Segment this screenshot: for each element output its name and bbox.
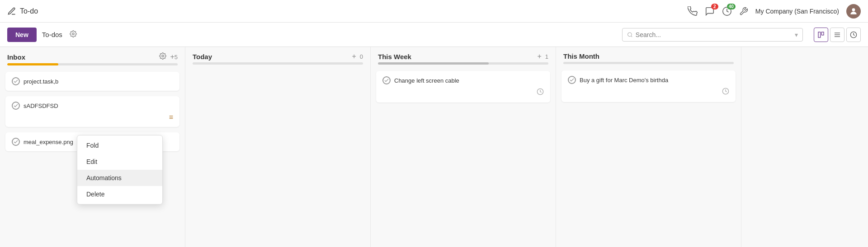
svg-rect-5 (818, 32, 821, 37)
new-button[interactable]: New (7, 28, 37, 42)
column-inbox: Inbox + 5 project.task,b (0, 47, 185, 247)
inbox-progress-fill (7, 63, 58, 65)
column-inbox-gear[interactable] (159, 52, 166, 61)
user-avatar[interactable] (846, 4, 861, 19)
column-inbox-count: 5 (175, 54, 178, 61)
column-today-count: 0 (360, 53, 363, 60)
column-this-month-title: This Month (563, 52, 734, 60)
card-buy-gift-title: Buy a gift for Marc Demo's birthda (568, 76, 729, 84)
column-this-month: This Month Buy a gift for Marc Demo's bi… (556, 47, 741, 247)
activity-icon (850, 31, 857, 38)
card-clock-icon (537, 88, 544, 97)
context-menu-fold[interactable]: Fold (77, 137, 162, 154)
tag-lines-icon: ≡ (169, 113, 173, 121)
pencil-icon (7, 7, 16, 16)
chat-badge: 2 (711, 4, 718, 9)
this-month-progress-bar (563, 62, 734, 64)
column-today-title: Today (193, 53, 352, 61)
search-bar[interactable]: ▾ (622, 28, 803, 42)
column-this-week-add[interactable]: + (537, 52, 541, 61)
todos-gear-icon[interactable] (70, 30, 77, 39)
search-icon (627, 32, 633, 38)
card-check-icon (12, 77, 20, 85)
card-check-icon4 (382, 76, 391, 84)
company-name[interactable]: My Company (San Francisco) (755, 8, 839, 15)
column-this-week-count: 1 (545, 53, 548, 60)
activity-view-button[interactable] (846, 28, 861, 42)
context-menu-edit[interactable]: Edit (77, 154, 162, 170)
svg-rect-6 (821, 32, 824, 35)
svg-point-3 (628, 33, 632, 37)
search-dropdown-icon[interactable]: ▾ (795, 31, 798, 38)
list-view-button[interactable] (830, 28, 844, 42)
card-change-cable-footer (382, 88, 544, 97)
this-week-progress-bar (378, 62, 548, 65)
app-title: To-do (7, 7, 38, 16)
nav-icons: 2 40 My Company (San Francisco) (688, 4, 861, 19)
card-buy-gift[interactable]: Buy a gift for Marc Demo's birthda (561, 70, 736, 102)
svg-point-1 (852, 8, 855, 11)
card-sadfsdfsd-title: sADFSDFSD (12, 102, 173, 110)
wrench-icon (739, 7, 748, 16)
kanban-board: Inbox + 5 project.task,b (0, 47, 868, 247)
card-check-icon3 (12, 138, 20, 146)
view-icons (814, 28, 861, 42)
search-input[interactable] (636, 31, 792, 38)
kanban-icon (817, 31, 825, 38)
column-this-week-header: This Week + 1 (371, 47, 556, 62)
context-menu-delete[interactable]: Delete (77, 186, 162, 202)
this-week-progress-fill (378, 62, 489, 65)
card-check-icon2 (12, 102, 20, 110)
context-menu: Fold Edit Automations Delete (77, 135, 163, 205)
card-change-screen-cable[interactable]: Change left screen cable (376, 71, 550, 103)
card-project-task[interactable]: project.task,b (5, 72, 179, 91)
clock-btn[interactable]: 40 (722, 6, 732, 16)
top-nav: To-do 2 40 My Company (San Francisco) (0, 0, 868, 23)
card-check-icon5 (568, 76, 576, 84)
clock-badge: 40 (727, 4, 736, 9)
column-inbox-add[interactable]: + (170, 53, 174, 61)
phone-btn[interactable] (688, 6, 698, 16)
column-this-week-title: This Week (378, 53, 537, 61)
column-today-add[interactable]: + (352, 52, 356, 61)
column-today: Today + 0 (185, 47, 371, 247)
card-project-task-title: project.task,b (12, 77, 173, 85)
app-name: To-do (20, 7, 38, 15)
toolbar: New To-dos ▾ (0, 23, 868, 47)
chat-btn[interactable]: 2 (705, 6, 715, 16)
column-inbox-header: Inbox + 5 (0, 47, 185, 63)
phone-icon (688, 6, 698, 16)
kanban-view-button[interactable] (814, 28, 828, 42)
avatar-icon (849, 7, 858, 16)
context-menu-automations[interactable]: Automations (77, 170, 162, 186)
svg-line-4 (631, 36, 632, 37)
column-this-month-header: This Month (556, 47, 741, 62)
svg-point-2 (72, 33, 74, 35)
card-buy-gift-footer (568, 88, 729, 97)
inbox-progress-bar (7, 63, 178, 65)
list-icon (834, 31, 841, 38)
column-this-week: This Week + 1 Change left screen cable (371, 47, 556, 247)
svg-point-11 (162, 55, 164, 57)
todos-label: To-dos (42, 31, 62, 38)
card-change-screen-cable-title: Change left screen cable (382, 76, 544, 84)
today-progress-bar (193, 62, 363, 65)
card-clock-icon2 (722, 88, 729, 97)
column-today-header: Today + 0 (185, 47, 370, 62)
card-sadfsdfsd[interactable]: sADFSDFSD ≡ (5, 96, 179, 127)
wrench-btn[interactable] (739, 7, 748, 16)
card-sadfsdfsd-footer: ≡ (12, 113, 173, 121)
column-inbox-title: Inbox (7, 53, 159, 61)
